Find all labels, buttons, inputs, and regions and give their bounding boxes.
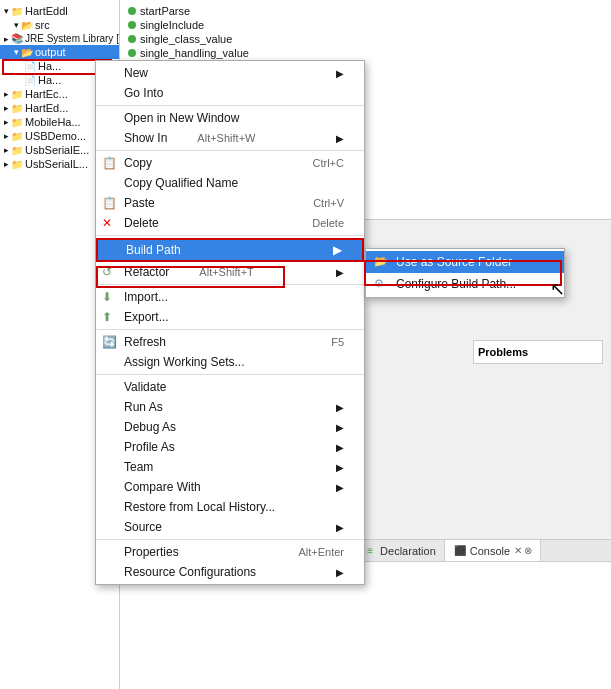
source-folder-icon: 📂 <box>374 255 392 269</box>
menu-item-profile-as[interactable]: Profile As ▶ <box>96 437 364 457</box>
separator-6 <box>96 374 364 375</box>
menu-item-delete[interactable]: ✕ Delete Delete <box>96 213 364 233</box>
project-icon-5: 📁 <box>11 131 23 142</box>
console-close[interactable]: ✕ <box>514 545 522 556</box>
declaration-icon: ≡ <box>363 544 377 558</box>
project-icon-2: 📁 <box>11 89 23 100</box>
menu-item-copy-qualified[interactable]: Copy Qualified Name <box>96 173 364 193</box>
tree-item-jre[interactable]: ▸ 📚 JRE System Library [JavaSE-1.7] <box>0 32 119 45</box>
jre-icon: 📚 <box>11 33 23 44</box>
arrow-icon-debugas: ▶ <box>336 422 344 433</box>
project-icon-4: 📁 <box>11 117 23 128</box>
configure-icon: ⚙ <box>374 277 392 291</box>
tree-item-src[interactable]: ▾ 📂 src <box>0 18 119 32</box>
menu-item-import[interactable]: ⬇ Import... <box>96 287 364 307</box>
tab-declaration[interactable]: ≡ Declaration <box>355 540 445 561</box>
paste-icon: 📋 <box>102 196 117 210</box>
copy-icon: 📋 <box>102 156 117 170</box>
menu-item-show-in[interactable]: Show In Alt+Shift+W ▶ <box>96 128 364 148</box>
submenu-item-use-as-source[interactable]: 📂 Use as Source Folder <box>366 251 564 273</box>
tree-item-harteddl[interactable]: ▾ 📁 HartEddl <box>0 4 119 18</box>
console-menu[interactable]: ⊗ <box>524 545 532 556</box>
menu-item-assign-workingsets[interactable]: Assign Working Sets... <box>96 352 364 372</box>
arrow-icon-profileas: ▶ <box>336 442 344 453</box>
menu-item-restore-local[interactable]: Restore from Local History... <box>96 497 364 517</box>
arrow-icon-new: ▶ <box>336 68 344 79</box>
editor-item-startparse: startParse <box>124 4 607 18</box>
menu-item-go-into[interactable]: Go Into <box>96 83 364 103</box>
menu-item-run-as[interactable]: Run As ▶ <box>96 397 364 417</box>
editor-item-singlehandling: single_handling_value <box>124 46 607 60</box>
arrow-icon-buildpath: ▶ <box>333 243 342 257</box>
refresh-icon: 🔄 <box>102 335 117 349</box>
project-icon: 📁 <box>11 6 23 17</box>
context-menu: New ▶ Go Into Open in New Window Show In… <box>95 60 365 585</box>
arrow-icon-showin: ▶ <box>336 133 344 144</box>
separator-1 <box>96 105 364 106</box>
separator-7 <box>96 539 364 540</box>
menu-item-copy[interactable]: 📋 Copy Ctrl+C <box>96 153 364 173</box>
menu-item-team[interactable]: Team ▶ <box>96 457 364 477</box>
menu-item-source[interactable]: Source ▶ <box>96 517 364 537</box>
tab-console[interactable]: ⬛ Console ✕ ⊗ <box>445 540 541 561</box>
menu-item-open-window[interactable]: Open in New Window <box>96 108 364 128</box>
arrow-icon-runas: ▶ <box>336 402 344 413</box>
green-dot-1 <box>128 7 136 15</box>
separator-5 <box>96 329 364 330</box>
import-icon: ⬇ <box>102 290 112 304</box>
project-icon-6: 📁 <box>11 145 23 156</box>
arrow-icon-team: ▶ <box>336 462 344 473</box>
project-icon-7: 📁 <box>11 159 23 170</box>
project-icon-3: 📁 <box>11 103 23 114</box>
arrow-icon-comparewith: ▶ <box>336 482 344 493</box>
menu-item-refresh[interactable]: 🔄 Refresh F5 <box>96 332 364 352</box>
menu-item-new[interactable]: New ▶ <box>96 63 364 83</box>
menu-item-paste[interactable]: 📋 Paste Ctrl+V <box>96 193 364 213</box>
separator-2 <box>96 150 364 151</box>
problems-panel: Problems <box>473 340 603 364</box>
src-icon: 📂 <box>21 20 33 31</box>
menu-item-debug-as[interactable]: Debug As ▶ <box>96 417 364 437</box>
green-dot-4 <box>128 49 136 57</box>
menu-item-validate[interactable]: Validate <box>96 377 364 397</box>
menu-item-refactor[interactable]: ↺ Refactor Alt+Shift+T ▶ <box>96 262 364 282</box>
build-path-submenu: 📂 Use as Source Folder ⚙ Configure Build… <box>365 248 565 298</box>
menu-item-properties[interactable]: Properties Alt+Enter <box>96 542 364 562</box>
file-icon-1: 📄 <box>24 61 36 72</box>
editor-item-singleclass: single_class_value <box>124 32 607 46</box>
green-dot-2 <box>128 21 136 29</box>
arrow-icon-resourceconfig: ▶ <box>336 567 344 578</box>
refactor-icon: ↺ <box>102 265 112 279</box>
output-folder-icon: 📂 <box>21 47 33 58</box>
menu-item-compare-with[interactable]: Compare With ▶ <box>96 477 364 497</box>
menu-item-resource-config[interactable]: Resource Configurations ▶ <box>96 562 364 582</box>
file-icon-2: 📄 <box>24 75 36 86</box>
editor-item-singleinclude: singleInclude <box>124 18 607 32</box>
separator-4 <box>96 284 364 285</box>
menu-item-export[interactable]: ⬆ Export... <box>96 307 364 327</box>
delete-icon: ✕ <box>102 216 112 230</box>
export-icon: ⬆ <box>102 310 112 324</box>
arrow-icon-source: ▶ <box>336 522 344 533</box>
tree-item-output[interactable]: ▾ 📂 output <box>0 45 119 59</box>
arrow-icon-refactor: ▶ <box>336 267 344 278</box>
separator-3 <box>96 235 364 236</box>
green-dot-3 <box>128 35 136 43</box>
menu-item-build-path[interactable]: Build Path ▶ <box>96 238 364 262</box>
submenu-item-configure[interactable]: ⚙ Configure Build Path... <box>366 273 564 295</box>
console-icon: ⬛ <box>453 544 467 558</box>
